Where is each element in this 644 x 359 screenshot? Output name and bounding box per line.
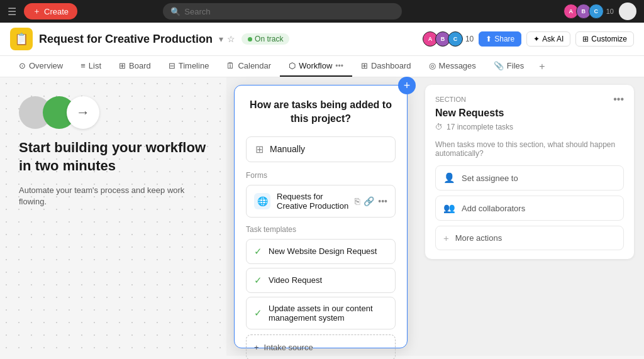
section-tasks: ⏱ 17 incomplete tasks <box>435 123 624 131</box>
task-item-2[interactable]: ✓ Video Request <box>246 268 396 293</box>
project-header-icons: ▾ ☆ <box>219 34 235 44</box>
messages-icon: ◎ <box>429 61 436 70</box>
collab-count: 10 <box>465 35 474 43</box>
task-item-1[interactable]: ✓ New Website Design Request <box>246 239 396 264</box>
assignee-icon: 👤 <box>443 172 455 184</box>
task-check-icon: ✓ <box>254 275 262 286</box>
project-icon: 📋 <box>10 28 33 50</box>
workflow-icons: → <box>19 96 208 129</box>
modal-title: How are tasks being added to this projec… <box>246 98 396 126</box>
plus-icon: + <box>443 233 449 243</box>
forms-section-label: Forms <box>246 171 396 180</box>
user-avatar[interactable] <box>619 3 636 20</box>
add-collaborators-label: Add collaborators <box>462 204 525 213</box>
set-assignee-row[interactable]: 👤 Set assignee to <box>435 165 624 191</box>
center-panel: + How are tasks being added to this proj… <box>226 77 415 356</box>
tasks-count: 17 incomplete tasks <box>447 123 513 131</box>
section-more-icon[interactable]: ••• <box>613 94 624 105</box>
more-icon[interactable]: ••• <box>378 196 387 206</box>
status-dot <box>248 37 252 41</box>
modal-add-button[interactable]: + <box>398 77 416 94</box>
section-card-header: Section ••• <box>435 94 624 105</box>
tab-files[interactable]: 📎 Files <box>485 56 533 77</box>
section-card: Section ••• New Requests ⏱ 17 incomplete… <box>425 85 634 259</box>
star-icon[interactable]: ☆ <box>227 34 235 44</box>
tab-overview[interactable]: ⊙ Overview <box>10 56 72 77</box>
right-panel: Section ••• New Requests ⏱ 17 incomplete… <box>415 77 644 356</box>
main-content: → Start building your workflow in two mi… <box>0 77 644 356</box>
set-assignee-label: Set assignee to <box>462 174 518 183</box>
search-input[interactable] <box>184 7 394 16</box>
ai-icon: ✦ <box>533 35 540 43</box>
project-header: 📋 Request for Creative Production ▾ ☆ On… <box>0 23 644 56</box>
project-title: Request for Creative Production <box>39 33 213 46</box>
plus-icon: ＋ <box>33 6 41 17</box>
tab-timeline[interactable]: ⊟ Timeline <box>160 56 218 77</box>
chevron-down-icon[interactable]: ▾ <box>219 34 223 44</box>
calendar-icon: 🗓 <box>226 61 235 70</box>
manually-option[interactable]: ⊞ Manually <box>246 136 396 162</box>
nav-tabs: ⊙ Overview ≡ List ⊞ Board ⊟ Timeline 🗓 C… <box>0 56 644 77</box>
search-bar[interactable]: 🔍 <box>163 3 402 19</box>
avatar: C <box>589 4 604 19</box>
section-tag: Section <box>435 96 466 103</box>
plus-icon: + <box>254 343 259 352</box>
section-name: New Requests <box>435 108 624 119</box>
avatar-group: A B C 10 <box>566 4 614 19</box>
form-item-icon: 🌐 <box>254 193 270 209</box>
timeline-icon: ⊟ <box>169 61 175 70</box>
link-icon[interactable]: 🔗 <box>364 196 374 206</box>
task-item-3[interactable]: ✓ Update assets in our content managemen… <box>246 297 396 329</box>
customize-icon: ⊞ <box>582 35 589 43</box>
files-icon: 📎 <box>494 61 504 70</box>
manually-icon: ⊞ <box>255 143 264 155</box>
left-subtext: Automate your team's process and keep wo… <box>19 185 208 207</box>
create-button[interactable]: ＋ Create <box>24 3 77 19</box>
collab-avatar: C <box>448 31 463 47</box>
manually-label: Manually <box>270 144 305 154</box>
form-item[interactable]: 🌐 Requests for Creative Production ⎘ 🔗 •… <box>246 185 396 218</box>
intake-source-label: Intake source <box>264 343 313 352</box>
tab-calendar[interactable]: 🗓 Calendar <box>218 56 280 77</box>
task-item-label: Update assets in our content management … <box>269 304 387 323</box>
tab-dashboard[interactable]: ⊞ Dashboard <box>352 56 420 77</box>
copy-icon[interactable]: ⎘ <box>355 196 360 206</box>
more-actions-label: More actions <box>455 233 502 243</box>
topbar: ☰ ＋ Create 🔍 A B C 10 <box>0 0 644 23</box>
section-question: When tasks move to this section, what sh… <box>435 140 624 158</box>
add-tab-button[interactable]: + <box>535 58 548 75</box>
search-icon: 🔍 <box>170 7 180 16</box>
tab-list[interactable]: ≡ List <box>72 56 110 77</box>
form-item-title: Requests for Creative Production <box>277 192 348 211</box>
task-templates-label: Task templates <box>246 225 396 234</box>
workflow-arrow-circle: → <box>67 96 99 129</box>
status-badge[interactable]: On track <box>242 33 289 45</box>
dashboard-icon: ⊞ <box>361 61 368 70</box>
overview-icon: ⊙ <box>19 61 26 70</box>
left-heading: Start building your workflow in two minu… <box>19 139 208 175</box>
board-icon: ⊞ <box>119 61 126 70</box>
header-right-actions: A B C 10 ⬆ Share ✦ Ask AI ⊞ Customize <box>425 31 634 47</box>
task-check-icon: ✓ <box>254 307 262 319</box>
customize-button[interactable]: ⊞ Customize <box>575 31 634 47</box>
task-check-icon: ✓ <box>254 246 262 257</box>
ask-ai-button[interactable]: ✦ Ask AI <box>526 31 570 47</box>
hamburger-icon[interactable]: ☰ <box>8 6 16 18</box>
tab-workflow[interactable]: ⬡ Workflow ••• <box>280 56 352 77</box>
tab-messages[interactable]: ◎ Messages <box>420 56 485 77</box>
form-item-actions: ⎘ 🔗 ••• <box>355 196 387 206</box>
left-panel: → Start building your workflow in two mi… <box>0 77 226 356</box>
clock-icon: ⏱ <box>435 123 443 131</box>
workflow-icon: ⬡ <box>289 61 296 70</box>
share-icon: ⬆ <box>486 35 492 43</box>
task-item-label: New Website Design Request <box>269 246 377 256</box>
share-button[interactable]: ⬆ Share <box>479 31 521 47</box>
intake-source-box[interactable]: + Intake source <box>246 334 396 359</box>
topbar-right: A B C 10 <box>566 3 636 20</box>
collaborators-icon: 👥 <box>443 202 455 214</box>
modal-card: + How are tasks being added to this proj… <box>234 85 408 348</box>
tab-board[interactable]: ⊞ Board <box>110 56 160 77</box>
add-collaborators-row[interactable]: 👥 Add collaborators <box>435 196 624 221</box>
workflow-more-icon[interactable]: ••• <box>335 62 343 70</box>
more-actions-row[interactable]: + More actions <box>435 226 624 250</box>
